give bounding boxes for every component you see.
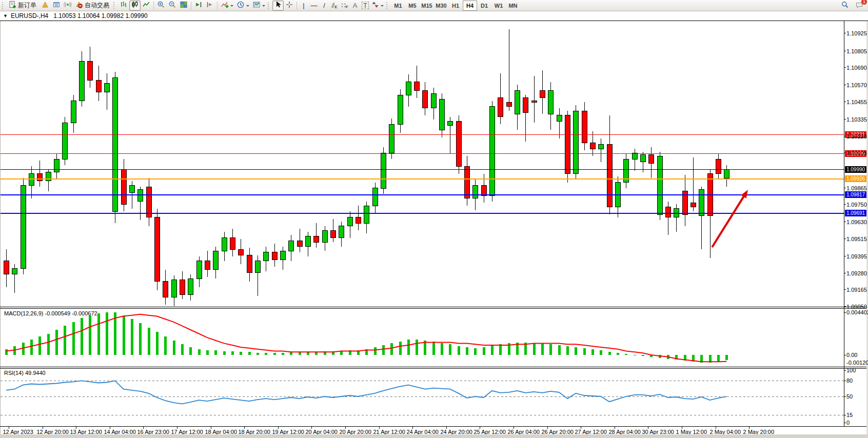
channel-button[interactable]: ⫽ E: [329, 1, 340, 11]
data-window-button[interactable]: [51, 1, 62, 11]
candle-down: [465, 166, 470, 198]
toolbar-grip[interactable]: [2, 2, 5, 9]
timeframe-mn-button[interactable]: MN: [506, 1, 520, 11]
candle-up: [373, 188, 378, 206]
annotation-arrow-head[interactable]: [741, 190, 748, 198]
vertical-line-button[interactable]: |: [299, 1, 309, 11]
candlestick-series: [4, 29, 729, 306]
tile-windows-icon: [180, 1, 188, 11]
text-label-button[interactable]: T: [360, 1, 370, 11]
autotrading-button[interactable]: 自动交易: [73, 1, 112, 11]
candle-up: [548, 91, 554, 114]
toolbar-grip[interactable]: [386, 2, 389, 9]
candle-up: [574, 111, 579, 173]
candle-up: [323, 230, 328, 242]
candle-up: [80, 62, 85, 101]
annotation-arrow-line[interactable]: [712, 195, 745, 247]
new-order-button[interactable]: 新订单: [7, 1, 40, 11]
candle-down: [247, 255, 252, 273]
candle-up: [490, 107, 495, 195]
candle-up: [138, 190, 143, 202]
candle-down: [37, 174, 43, 181]
timeframe-h4-button[interactable]: H4: [463, 1, 477, 11]
candle-up: [281, 251, 286, 260]
candle-up: [188, 278, 193, 294]
candle-up: [197, 261, 202, 278]
candle-up: [289, 241, 294, 251]
new-order-icon: [8, 1, 16, 11]
chart-title-strip: ▼ EURUSD-,H4 1.10053 1.10064 1.09982 1.0…: [0, 11, 868, 21]
autotrading-icon: [75, 1, 83, 11]
notifications-button[interactable]: 1: [854, 1, 865, 11]
candle-down: [356, 217, 361, 223]
candle-up: [440, 99, 445, 130]
auto-scroll-button[interactable]: [193, 1, 204, 11]
candle-down: [523, 98, 528, 112]
signals-button[interactable]: [62, 1, 73, 11]
market-watch-button[interactable]: [40, 1, 51, 11]
candle-up: [641, 155, 646, 162]
tile-windows-button[interactable]: [178, 1, 189, 11]
candle-down: [716, 159, 721, 173]
fibonacci-icon: ∷: [341, 2, 345, 9]
candle-up: [264, 252, 269, 261]
candle-up: [113, 77, 118, 211]
vertical-line-icon: |: [303, 2, 304, 9]
dropdown-arrow-icon: [246, 5, 249, 8]
timeframe-group: M1 M5 M15 M30 H1 H4 D1 W1 MN: [391, 1, 520, 11]
candlestick-chart-button[interactable]: [129, 1, 141, 11]
dropdown-arrow-icon: [262, 5, 265, 8]
text-button[interactable]: A: [350, 1, 360, 11]
horizontal-line-button[interactable]: —: [309, 1, 319, 11]
cursor-button[interactable]: [272, 1, 284, 11]
candle-down: [649, 155, 654, 164]
trendline-button[interactable]: /: [319, 1, 329, 11]
chart-ohlc-values: 1.10053 1.10064 1.09982 1.09990: [53, 12, 148, 19]
timeframe-m1-button[interactable]: M1: [391, 1, 405, 11]
timeframe-h1-button[interactable]: H1: [448, 1, 463, 11]
macd-histogram: [5, 312, 728, 363]
signals-icon: [64, 1, 72, 11]
fibonacci-button[interactable]: ∷ F: [340, 1, 350, 11]
periods-button[interactable]: [235, 1, 251, 11]
candle-up: [699, 190, 704, 216]
candle-up: [213, 251, 219, 270]
line-chart-icon: [142, 1, 150, 11]
candle-down: [180, 280, 185, 294]
search-button[interactable]: [839, 1, 851, 11]
arrows-button[interactable]: [370, 1, 385, 11]
auto-scroll-icon: [194, 1, 203, 11]
text-label-icon: T: [362, 2, 369, 9]
candle-up: [473, 185, 478, 198]
bar-chart-button[interactable]: [118, 1, 129, 11]
chart-canvas[interactable]: [0, 0, 868, 438]
timeframe-w1-button[interactable]: W1: [491, 1, 506, 11]
candle-down: [482, 185, 487, 195]
candle-down: [607, 145, 613, 207]
collapse-arrow-icon[interactable]: ▼: [3, 13, 8, 18]
timeframe-m30-button[interactable]: M30: [434, 1, 448, 11]
fibonacci-sub-label: F: [346, 5, 348, 9]
candle-up: [381, 153, 386, 188]
timeframe-m15-button[interactable]: M15: [420, 1, 434, 11]
autotrading-label: 自动交易: [85, 1, 109, 10]
zoom-in-icon: [157, 1, 165, 11]
templates-button[interactable]: [251, 1, 267, 11]
zoom-in-button[interactable]: [155, 1, 167, 11]
line-chart-button[interactable]: [141, 1, 152, 11]
horizontal-line-icon: —: [311, 2, 318, 9]
candle-up: [389, 124, 394, 153]
candle-up: [431, 93, 437, 108]
toolbar-grip[interactable]: [113, 2, 116, 9]
candlestick-chart-icon: [131, 1, 139, 11]
timeframe-m5-button[interactable]: M5: [405, 1, 420, 11]
candle-down: [532, 101, 537, 103]
crosshair-icon: [285, 1, 293, 11]
indicators-button[interactable]: [219, 1, 235, 11]
crosshair-button[interactable]: [284, 1, 295, 11]
timeframe-d1-button[interactable]: D1: [477, 1, 491, 11]
zoom-out-button[interactable]: [167, 1, 178, 11]
toolbar-grip[interactable]: [268, 2, 270, 9]
indicators-icon: [221, 1, 229, 11]
chart-shift-button[interactable]: [204, 1, 215, 11]
